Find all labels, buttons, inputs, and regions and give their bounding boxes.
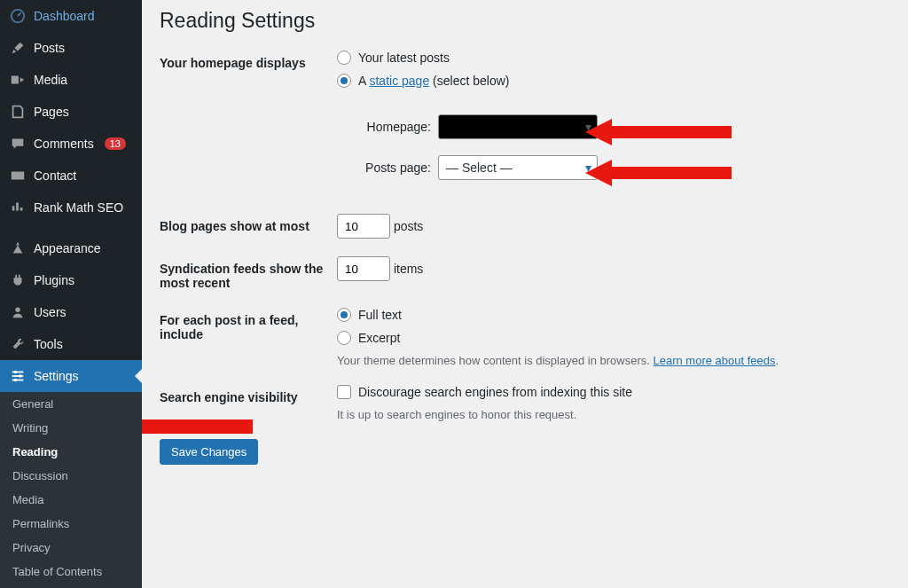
homepage-displays-label: Your homepage displays	[160, 51, 337, 70]
pages-icon	[9, 103, 27, 121]
radio-icon	[337, 308, 351, 322]
menu-rankmath[interactable]: Rank Math SEO	[0, 192, 142, 223]
radio-full-text[interactable]: Full text	[337, 308, 890, 322]
menu-posts[interactable]: Posts	[0, 32, 142, 64]
dashboard-icon	[9, 7, 27, 25]
comments-badge: 13	[105, 137, 126, 150]
search-visibility-label: Search engine visibility	[160, 385, 337, 404]
static-page-link[interactable]: static page	[369, 74, 429, 88]
submenu-general[interactable]: General	[0, 392, 142, 416]
menu-tools[interactable]: Tools	[0, 328, 142, 360]
menu-dashboard[interactable]: Dashboard	[0, 0, 142, 32]
submenu-permalinks[interactable]: Permalinks	[0, 512, 142, 536]
menu-label: Comments	[34, 137, 94, 151]
admin-sidebar: Dashboard Posts Media Pages Comments 13 …	[0, 0, 142, 588]
submenu-writing[interactable]: Writing	[0, 416, 142, 440]
search-visibility-row: Search engine visibility Discourage sear…	[160, 385, 890, 421]
homepage-select[interactable]: ▾	[438, 114, 598, 139]
blog-pages-input[interactable]	[337, 214, 390, 239]
menu-settings[interactable]: Settings	[0, 360, 142, 392]
syndication-row: Syndication feeds show the most recent i…	[160, 256, 890, 290]
radio-icon	[337, 51, 351, 65]
contact-icon	[9, 167, 27, 184]
menu-label: Appearance	[34, 241, 101, 255]
radio-icon	[337, 74, 351, 88]
discourage-checkbox-row[interactable]: Discourage search engines from indexing …	[337, 385, 890, 399]
radio-latest-posts[interactable]: Your latest posts	[337, 51, 890, 65]
search-visibility-help: It is up to search engines to honor this…	[337, 408, 890, 421]
seo-icon	[9, 199, 27, 216]
menu-label: Settings	[34, 369, 79, 383]
settings-submenu: General Writing Reading Discussion Media…	[0, 392, 142, 588]
blog-pages-label: Blog pages show at most	[160, 214, 337, 233]
postspage-select-label: Posts page:	[358, 161, 431, 175]
radio-icon	[337, 331, 351, 345]
radio-static-page[interactable]: A static page (select below)	[337, 74, 890, 88]
pin-icon	[9, 39, 27, 57]
select-value: — Select —	[446, 161, 513, 175]
submenu-media[interactable]: Media	[0, 488, 142, 512]
users-icon	[9, 303, 27, 321]
syndication-unit: items	[394, 262, 423, 276]
radio-label: Full text	[358, 308, 402, 322]
appearance-icon	[9, 239, 27, 257]
tools-icon	[9, 335, 27, 353]
syndication-label: Syndication feeds show the most recent	[160, 256, 337, 290]
menu-label: Contact	[34, 169, 76, 183]
submenu-privacy[interactable]: Privacy	[0, 536, 142, 560]
plugins-icon	[9, 271, 27, 289]
discourage-checkbox[interactable]	[337, 385, 351, 399]
syndication-input[interactable]	[337, 256, 390, 281]
chevron-down-icon: ▾	[585, 120, 591, 134]
menu-label: Rank Math SEO	[34, 200, 123, 215]
main-content: Reading Settings Your homepage displays …	[142, 0, 908, 588]
postspage-select[interactable]: — Select — ▾	[438, 155, 598, 180]
settings-icon	[9, 367, 27, 385]
menu-label: Pages	[34, 105, 69, 119]
homepage-displays-row: Your homepage displays Your latest posts…	[160, 51, 890, 196]
menu-label: Posts	[34, 41, 65, 55]
homepage-select-label: Homepage:	[358, 120, 431, 134]
feed-content-row: For each post in a feed, include Full te…	[160, 308, 890, 367]
feed-help-text: Your theme determines how content is dis…	[337, 354, 890, 367]
submenu-breeze[interactable]: Breeze	[0, 584, 142, 588]
radio-label: Excerpt	[358, 331, 400, 345]
menu-plugins[interactable]: Plugins	[0, 264, 142, 296]
homepage-select-row: Homepage: ▾	[358, 114, 890, 139]
radio-excerpt[interactable]: Excerpt	[337, 331, 890, 345]
menu-media[interactable]: Media	[0, 64, 142, 96]
menu-contact[interactable]: Contact	[0, 160, 142, 192]
submenu-reading[interactable]: Reading	[0, 440, 142, 464]
postspage-select-row: Posts page: — Select — ▾	[358, 155, 890, 180]
menu-users[interactable]: Users	[0, 296, 142, 328]
submenu-discussion[interactable]: Discussion	[0, 464, 142, 488]
submenu-toc[interactable]: Table of Contents	[0, 560, 142, 584]
menu-label: Users	[34, 305, 67, 319]
menu-label: Plugins	[34, 273, 74, 287]
save-button[interactable]: Save Changes	[160, 439, 258, 465]
chevron-down-icon: ▾	[585, 161, 591, 175]
radio-label: A static page (select below)	[358, 74, 509, 88]
svg-point-1	[15, 308, 20, 312]
svg-point-5	[14, 371, 18, 374]
menu-label: Tools	[34, 337, 63, 351]
feed-content-label: For each post in a feed, include	[160, 308, 337, 341]
learn-feeds-link[interactable]: Learn more about feeds	[653, 354, 775, 367]
checkbox-label: Discourage search engines from indexing …	[358, 385, 632, 399]
comments-icon	[9, 135, 27, 153]
page-title: Reading Settings	[160, 9, 890, 33]
menu-label: Dashboard	[34, 9, 95, 23]
menu-appearance[interactable]: Appearance	[0, 232, 142, 264]
radio-label: Your latest posts	[358, 51, 450, 65]
svg-point-6	[19, 374, 22, 378]
blog-pages-row: Blog pages show at most posts	[160, 214, 890, 239]
menu-comments[interactable]: Comments 13	[0, 128, 142, 160]
svg-point-7	[14, 379, 18, 382]
media-icon	[9, 71, 27, 89]
blog-pages-unit: posts	[394, 219, 423, 233]
menu-pages[interactable]: Pages	[0, 96, 142, 128]
menu-label: Media	[34, 73, 67, 87]
